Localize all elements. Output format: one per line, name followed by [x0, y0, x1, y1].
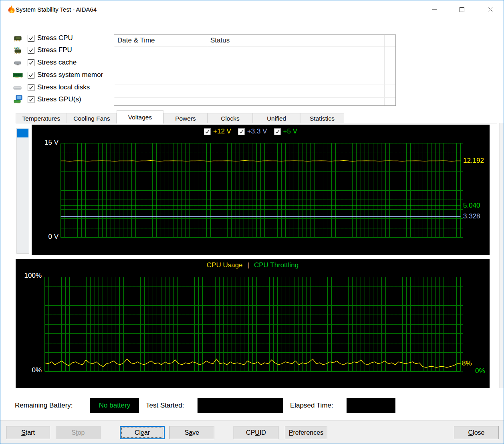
tab-statistics[interactable]: Statistics [300, 113, 344, 123]
cpu-axis-max-label: 100% [19, 272, 42, 280]
right-scrollbar-track[interactable] [499, 123, 504, 388]
row-divider [114, 85, 395, 85]
stress-option-memory: Stress system memor [12, 71, 103, 79]
legend-3v3-label: +3.3 V [247, 127, 267, 135]
legend-3v3-checkbox[interactable] [238, 128, 245, 135]
header-divider [114, 46, 395, 46]
log-column-header-status[interactable]: Status [207, 35, 383, 46]
cpu-icon [12, 34, 24, 42]
stress-fpu-label: Stress FPU [37, 46, 72, 54]
value-label-cpu-usage: 8% [462, 359, 472, 367]
stress-option-cpu: Stress CPU [12, 34, 73, 42]
value-label-cpu-throttling: 0% [475, 367, 485, 375]
cpuid-button[interactable]: CPUID [234, 426, 278, 439]
remaining-battery-value: No battery [99, 402, 130, 410]
elapsed-time-label: Elapsed Time: [290, 401, 333, 410]
stress-option-disks: Stress local disks [12, 83, 90, 92]
flame-icon [6, 4, 16, 15]
title-separator: | [248, 261, 249, 270]
log-column-header-datetime[interactable]: Date & Time [114, 35, 207, 46]
checkmark-icon [28, 48, 34, 53]
checkmark-icon [28, 60, 34, 65]
cpu-plot [44, 277, 465, 372]
legend-5v-label: +5 V [283, 127, 297, 135]
remaining-battery-label: Remaining Battery: [15, 401, 73, 410]
legend-12v-checkbox[interactable] [204, 128, 211, 135]
tab-powers[interactable]: Powers [163, 113, 208, 123]
stress-disks-checkbox[interactable] [28, 84, 34, 91]
svg-text:123: 123 [14, 46, 20, 50]
checkmark-icon [275, 129, 280, 134]
cache-icon [12, 58, 24, 67]
maximize-button[interactable] [453, 0, 471, 18]
tab-unified[interactable]: Unified [253, 113, 300, 123]
system-stability-test-window: System Stability Test - AIDA64 Stress CP… [0, 0, 504, 444]
stress-fpu-checkbox[interactable] [28, 47, 34, 54]
voltage-legend: +12 V +3.3 V +5 V [204, 127, 297, 135]
preferences-button[interactable]: Preferences [285, 426, 327, 439]
fpu-icon: 123 [12, 46, 24, 54]
scrollbar-thumb[interactable] [17, 129, 28, 137]
checkmark-icon [239, 129, 244, 134]
stress-memory-label: Stress system memor [37, 71, 103, 79]
voltage-axis-max-label: 15 V [36, 139, 58, 147]
clear-button[interactable]: Clear [120, 426, 165, 439]
log-table: Date & Time Status [114, 34, 396, 106]
checkmark-icon [28, 36, 34, 41]
close-icon [488, 7, 493, 12]
value-label-12v: 12.192 [463, 157, 484, 165]
tab-clocks[interactable]: Clocks [208, 113, 253, 123]
stress-cpu-checkbox[interactable] [28, 35, 34, 42]
start-button[interactable]: Start [6, 426, 50, 439]
cpu-chart-title: CPU Usage | CPU Throttling [16, 261, 490, 270]
stress-gpu-checkbox[interactable] [28, 96, 34, 103]
stress-cpu-label: Stress CPU [37, 34, 73, 42]
minimize-button[interactable] [425, 0, 444, 18]
legend-5v-checkbox[interactable] [274, 128, 281, 135]
test-started-box [198, 398, 283, 413]
checkmark-icon [28, 85, 34, 90]
stress-disks-label: Stress local disks [37, 83, 90, 91]
cpu-throttling-title: CPU Throttling [254, 261, 298, 270]
minimize-icon [432, 7, 437, 12]
cpu-axis-min-label: 0% [19, 366, 42, 374]
checkmark-icon [28, 97, 34, 102]
memory-icon [12, 71, 24, 79]
disk-icon [12, 83, 24, 92]
column-divider [207, 35, 207, 105]
stop-button[interactable]: Stop [56, 426, 101, 439]
value-label-5v: 5.040 [463, 202, 480, 210]
stress-option-fpu: 123 Stress FPU [12, 46, 72, 54]
row-divider [114, 72, 395, 72]
close-window-button[interactable] [481, 0, 499, 18]
stress-cache-checkbox[interactable] [28, 59, 34, 66]
stress-option-cache: Stress cache [12, 58, 77, 67]
cpu-usage-title: CPU Usage [207, 261, 243, 270]
row-divider [114, 59, 395, 59]
gpu-icon [12, 95, 24, 104]
stress-option-gpu: Stress GPU(s) [12, 95, 81, 104]
legend-item-12v: +12 V [204, 127, 231, 135]
voltage-plot [60, 143, 465, 238]
test-started-label: Test Started: [146, 401, 184, 410]
stress-gpu-label: Stress GPU(s) [37, 95, 81, 103]
voltage-chart-panel: +12 V +3.3 V +5 V 15 V 0 V 12.192 5.040 … [32, 125, 490, 255]
checkmark-icon [205, 129, 210, 134]
legend-12v-label: +12 V [213, 127, 231, 135]
tab-temperatures[interactable]: Temperatures [16, 113, 67, 123]
legend-item-3v3: +3.3 V [238, 127, 267, 135]
close-button[interactable]: Close [454, 426, 499, 439]
maximize-icon [460, 7, 464, 12]
stress-cache-label: Stress cache [37, 59, 77, 67]
tab-voltages[interactable]: Voltages [117, 110, 163, 124]
window-title: System Stability Test - AIDA64 [16, 0, 97, 18]
cpu-chart-panel: CPU Usage | CPU Throttling 100% 0% 8% 0% [16, 259, 490, 388]
tab-cooling-fans[interactable]: Cooling Fans [67, 113, 117, 123]
chart-history-scrollbar[interactable] [16, 128, 29, 254]
legend-item-5v: +5 V [274, 127, 297, 135]
save-button[interactable]: Save [169, 426, 214, 439]
row-divider [114, 97, 395, 98]
column-divider [384, 35, 385, 105]
elapsed-time-box [347, 398, 395, 413]
stress-memory-checkbox[interactable] [28, 72, 34, 79]
